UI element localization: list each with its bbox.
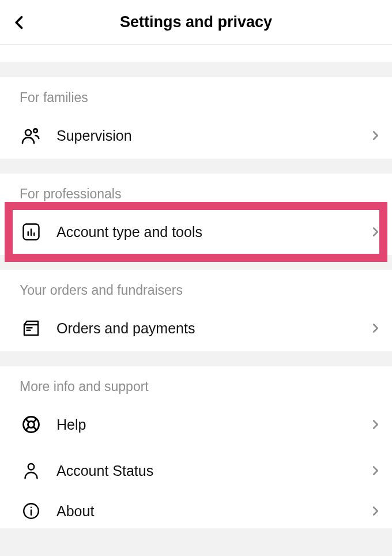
row-label: Help xyxy=(56,416,369,433)
chevron-right-icon xyxy=(369,129,382,142)
back-button[interactable] xyxy=(8,11,31,34)
section-header-orders: Your orders and fundraisers xyxy=(0,270,392,305)
bar-chart-icon xyxy=(20,220,43,243)
box-icon xyxy=(20,317,43,340)
row-account-status[interactable]: Account Status xyxy=(0,448,392,494)
row-about[interactable]: About xyxy=(0,494,392,528)
row-label: Account type and tools xyxy=(56,224,369,241)
svg-point-18 xyxy=(31,506,32,508)
svg-point-15 xyxy=(28,464,35,470)
chevron-right-icon xyxy=(369,464,382,477)
section-families: For families Supervision xyxy=(0,77,392,159)
row-label: Account Status xyxy=(56,463,369,479)
section-header-professionals: For professionals xyxy=(0,174,392,209)
lifebuoy-icon xyxy=(20,413,43,436)
row-label: About xyxy=(56,503,369,520)
top-bar: Settings and privacy xyxy=(0,0,392,45)
previous-row-fragment xyxy=(0,45,392,62)
people-icon xyxy=(20,124,43,147)
row-account-type-tools[interactable]: Account type and tools xyxy=(0,209,392,255)
svg-point-0 xyxy=(25,130,31,136)
section-professionals: For professionals Account type and tools xyxy=(0,174,392,255)
chevron-right-icon xyxy=(369,505,382,517)
row-label: Orders and payments xyxy=(56,320,369,337)
row-orders-payments[interactable]: Orders and payments xyxy=(0,305,392,351)
page-title: Settings and privacy xyxy=(120,13,272,31)
svg-line-12 xyxy=(33,419,37,423)
svg-point-1 xyxy=(33,129,37,133)
section-header-support: More info and support xyxy=(0,366,392,401)
person-icon xyxy=(20,459,43,482)
chevron-right-icon xyxy=(369,418,382,431)
row-label: Supervision xyxy=(56,127,369,144)
row-supervision[interactable]: Supervision xyxy=(0,112,392,159)
section-header-families: For families xyxy=(0,77,392,112)
chevron-right-icon xyxy=(369,322,382,335)
section-orders: Your orders and fundraisers Orders and p… xyxy=(0,270,392,351)
highlight-container: Account type and tools xyxy=(0,209,392,255)
svg-line-11 xyxy=(26,419,29,423)
chevron-right-icon xyxy=(369,226,382,238)
svg-line-13 xyxy=(26,427,29,430)
info-icon xyxy=(20,499,43,523)
section-support: More info and support Help xyxy=(0,366,392,528)
row-help[interactable]: Help xyxy=(0,401,392,448)
settings-screen: Settings and privacy For families Superv… xyxy=(0,0,392,556)
chevron-left-icon xyxy=(12,14,28,31)
svg-line-14 xyxy=(33,427,37,430)
